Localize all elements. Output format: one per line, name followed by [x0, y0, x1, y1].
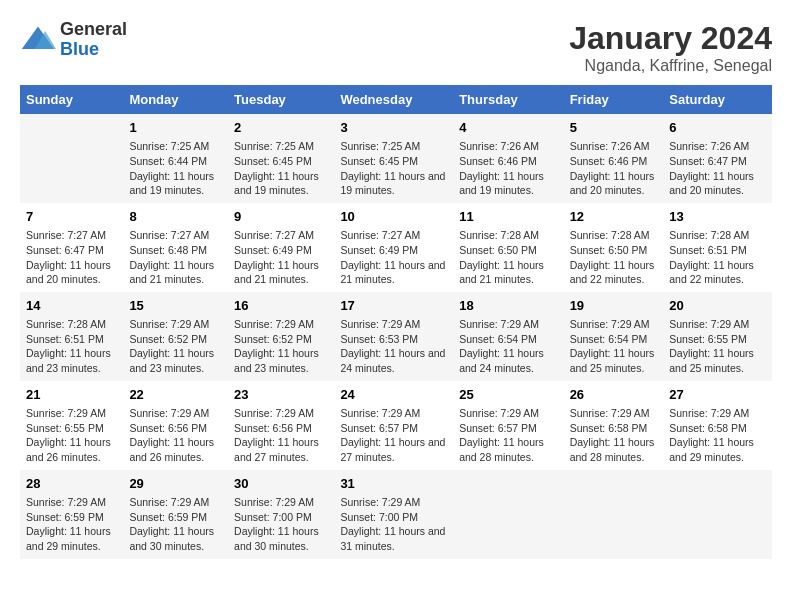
calendar-subtitle: Nganda, Kaffrine, Senegal — [569, 57, 772, 75]
day-info: Sunrise: 7:27 AMSunset: 6:48 PMDaylight:… — [129, 228, 222, 287]
day-info: Sunrise: 7:25 AMSunset: 6:44 PMDaylight:… — [129, 139, 222, 198]
day-number: 31 — [340, 475, 447, 493]
day-number: 19 — [570, 297, 658, 315]
day-info: Sunrise: 7:29 AMSunset: 6:58 PMDaylight:… — [570, 406, 658, 465]
day-info: Sunrise: 7:29 AMSunset: 7:00 PMDaylight:… — [234, 495, 328, 554]
title-block: January 2024 Nganda, Kaffrine, Senegal — [569, 20, 772, 75]
logo-icon — [20, 22, 56, 58]
calendar-cell: 3Sunrise: 7:25 AMSunset: 6:45 PMDaylight… — [334, 114, 453, 203]
day-info: Sunrise: 7:25 AMSunset: 6:45 PMDaylight:… — [340, 139, 447, 198]
day-number: 13 — [669, 208, 766, 226]
day-info: Sunrise: 7:29 AMSunset: 6:54 PMDaylight:… — [570, 317, 658, 376]
day-info: Sunrise: 7:26 AMSunset: 6:46 PMDaylight:… — [459, 139, 557, 198]
calendar-cell: 14Sunrise: 7:28 AMSunset: 6:51 PMDayligh… — [20, 292, 123, 381]
day-number: 14 — [26, 297, 117, 315]
calendar-cell: 1Sunrise: 7:25 AMSunset: 6:44 PMDaylight… — [123, 114, 228, 203]
day-number: 1 — [129, 119, 222, 137]
day-number: 12 — [570, 208, 658, 226]
calendar-cell: 8Sunrise: 7:27 AMSunset: 6:48 PMDaylight… — [123, 203, 228, 292]
day-info: Sunrise: 7:27 AMSunset: 6:47 PMDaylight:… — [26, 228, 117, 287]
logo-text: General Blue — [60, 20, 127, 60]
day-info: Sunrise: 7:25 AMSunset: 6:45 PMDaylight:… — [234, 139, 328, 198]
calendar-cell: 2Sunrise: 7:25 AMSunset: 6:45 PMDaylight… — [228, 114, 334, 203]
day-info: Sunrise: 7:28 AMSunset: 6:51 PMDaylight:… — [26, 317, 117, 376]
day-info: Sunrise: 7:29 AMSunset: 6:57 PMDaylight:… — [459, 406, 557, 465]
day-number: 18 — [459, 297, 557, 315]
day-info: Sunrise: 7:29 AMSunset: 6:52 PMDaylight:… — [129, 317, 222, 376]
day-info: Sunrise: 7:29 AMSunset: 6:53 PMDaylight:… — [340, 317, 447, 376]
calendar-cell: 30Sunrise: 7:29 AMSunset: 7:00 PMDayligh… — [228, 470, 334, 559]
day-number: 4 — [459, 119, 557, 137]
day-number: 29 — [129, 475, 222, 493]
calendar-cell: 23Sunrise: 7:29 AMSunset: 6:56 PMDayligh… — [228, 381, 334, 470]
header-cell-saturday: Saturday — [663, 85, 772, 114]
header-row: SundayMondayTuesdayWednesdayThursdayFrid… — [20, 85, 772, 114]
day-number: 26 — [570, 386, 658, 404]
calendar-week-row: 1Sunrise: 7:25 AMSunset: 6:44 PMDaylight… — [20, 114, 772, 203]
calendar-cell: 16Sunrise: 7:29 AMSunset: 6:52 PMDayligh… — [228, 292, 334, 381]
day-number: 5 — [570, 119, 658, 137]
day-info: Sunrise: 7:29 AMSunset: 7:00 PMDaylight:… — [340, 495, 447, 554]
day-number: 7 — [26, 208, 117, 226]
day-number: 6 — [669, 119, 766, 137]
day-info: Sunrise: 7:29 AMSunset: 6:55 PMDaylight:… — [26, 406, 117, 465]
day-info: Sunrise: 7:29 AMSunset: 6:55 PMDaylight:… — [669, 317, 766, 376]
day-number: 17 — [340, 297, 447, 315]
calendar-cell — [20, 114, 123, 203]
logo-blue-text: Blue — [60, 40, 127, 60]
day-number: 21 — [26, 386, 117, 404]
calendar-cell: 26Sunrise: 7:29 AMSunset: 6:58 PMDayligh… — [564, 381, 664, 470]
day-number: 25 — [459, 386, 557, 404]
calendar-cell: 27Sunrise: 7:29 AMSunset: 6:58 PMDayligh… — [663, 381, 772, 470]
calendar-cell: 6Sunrise: 7:26 AMSunset: 6:47 PMDaylight… — [663, 114, 772, 203]
calendar-cell: 25Sunrise: 7:29 AMSunset: 6:57 PMDayligh… — [453, 381, 563, 470]
day-info: Sunrise: 7:27 AMSunset: 6:49 PMDaylight:… — [234, 228, 328, 287]
day-number: 23 — [234, 386, 328, 404]
day-number: 10 — [340, 208, 447, 226]
day-info: Sunrise: 7:27 AMSunset: 6:49 PMDaylight:… — [340, 228, 447, 287]
calendar-cell: 20Sunrise: 7:29 AMSunset: 6:55 PMDayligh… — [663, 292, 772, 381]
calendar-cell: 29Sunrise: 7:29 AMSunset: 6:59 PMDayligh… — [123, 470, 228, 559]
day-info: Sunrise: 7:29 AMSunset: 6:56 PMDaylight:… — [234, 406, 328, 465]
day-info: Sunrise: 7:26 AMSunset: 6:47 PMDaylight:… — [669, 139, 766, 198]
calendar-cell: 18Sunrise: 7:29 AMSunset: 6:54 PMDayligh… — [453, 292, 563, 381]
calendar-title: January 2024 — [569, 20, 772, 57]
calendar-cell: 31Sunrise: 7:29 AMSunset: 7:00 PMDayligh… — [334, 470, 453, 559]
calendar-cell: 9Sunrise: 7:27 AMSunset: 6:49 PMDaylight… — [228, 203, 334, 292]
header-cell-tuesday: Tuesday — [228, 85, 334, 114]
day-number: 3 — [340, 119, 447, 137]
calendar-cell: 22Sunrise: 7:29 AMSunset: 6:56 PMDayligh… — [123, 381, 228, 470]
day-info: Sunrise: 7:28 AMSunset: 6:50 PMDaylight:… — [570, 228, 658, 287]
calendar-week-row: 21Sunrise: 7:29 AMSunset: 6:55 PMDayligh… — [20, 381, 772, 470]
calendar-cell: 11Sunrise: 7:28 AMSunset: 6:50 PMDayligh… — [453, 203, 563, 292]
day-number: 27 — [669, 386, 766, 404]
day-number: 22 — [129, 386, 222, 404]
logo-general-text: General — [60, 20, 127, 40]
day-info: Sunrise: 7:29 AMSunset: 6:56 PMDaylight:… — [129, 406, 222, 465]
calendar-week-row: 14Sunrise: 7:28 AMSunset: 6:51 PMDayligh… — [20, 292, 772, 381]
calendar-week-row: 28Sunrise: 7:29 AMSunset: 6:59 PMDayligh… — [20, 470, 772, 559]
day-info: Sunrise: 7:28 AMSunset: 6:51 PMDaylight:… — [669, 228, 766, 287]
header-cell-friday: Friday — [564, 85, 664, 114]
header-cell-monday: Monday — [123, 85, 228, 114]
day-number: 11 — [459, 208, 557, 226]
calendar-cell — [453, 470, 563, 559]
day-number: 16 — [234, 297, 328, 315]
header-cell-wednesday: Wednesday — [334, 85, 453, 114]
calendar-cell: 12Sunrise: 7:28 AMSunset: 6:50 PMDayligh… — [564, 203, 664, 292]
logo: General Blue — [20, 20, 127, 60]
header-cell-sunday: Sunday — [20, 85, 123, 114]
day-info: Sunrise: 7:29 AMSunset: 6:52 PMDaylight:… — [234, 317, 328, 376]
calendar-cell: 7Sunrise: 7:27 AMSunset: 6:47 PMDaylight… — [20, 203, 123, 292]
day-number: 8 — [129, 208, 222, 226]
day-info: Sunrise: 7:28 AMSunset: 6:50 PMDaylight:… — [459, 228, 557, 287]
day-info: Sunrise: 7:29 AMSunset: 6:59 PMDaylight:… — [26, 495, 117, 554]
header-cell-thursday: Thursday — [453, 85, 563, 114]
day-number: 20 — [669, 297, 766, 315]
day-info: Sunrise: 7:29 AMSunset: 6:58 PMDaylight:… — [669, 406, 766, 465]
calendar-cell: 17Sunrise: 7:29 AMSunset: 6:53 PMDayligh… — [334, 292, 453, 381]
calendar-cell: 21Sunrise: 7:29 AMSunset: 6:55 PMDayligh… — [20, 381, 123, 470]
calendar-table: SundayMondayTuesdayWednesdayThursdayFrid… — [20, 85, 772, 559]
day-number: 24 — [340, 386, 447, 404]
day-number: 2 — [234, 119, 328, 137]
